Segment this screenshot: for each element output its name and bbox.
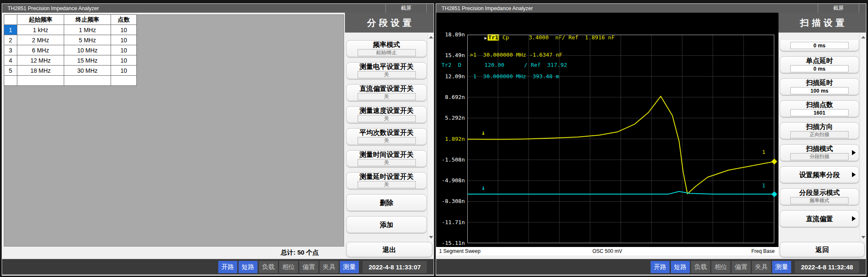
status-button-6[interactable]: 夹具 bbox=[320, 261, 339, 273]
segment-panel-button-2[interactable]: 测量电平设置开关关 bbox=[346, 62, 427, 79]
button-value-box[interactable]: 100 ms bbox=[790, 87, 849, 94]
sweep-panel-button-2[interactable]: 单点延时0 ms bbox=[780, 56, 859, 73]
button-title: 设置频率分段 bbox=[799, 171, 840, 178]
reference-arrow-icon: ↓ bbox=[481, 185, 485, 191]
y-axis-tick-label: 12.09n bbox=[436, 73, 465, 80]
table-cell[interactable]: 1 kHz bbox=[17, 25, 64, 35]
table-cell[interactable]: 6 MHz bbox=[17, 45, 64, 55]
sweep-panel-button-5[interactable]: 扫描方向正向扫描 bbox=[780, 122, 859, 139]
table-cell[interactable] bbox=[111, 76, 137, 86]
scroll-up-icon[interactable] bbox=[429, 36, 433, 38]
table-cell[interactable]: 10 bbox=[111, 55, 137, 66]
table-cell[interactable]: 15 MHz bbox=[64, 55, 111, 66]
sweep-panel-button-6[interactable]: 扫描模式分段扫描 bbox=[780, 144, 859, 161]
segment-setup-panel: 分段设置 频率模式起始/终止测量电平设置开关关直流偏置设置开关关测量速度设置开关… bbox=[345, 13, 434, 259]
segment-panel-button-3[interactable]: 直流偏置设置开关关 bbox=[346, 84, 427, 101]
table-cell[interactable] bbox=[17, 76, 64, 86]
button-title: 平均次数设置开关 bbox=[360, 129, 414, 136]
back-button[interactable]: 返回 bbox=[780, 242, 865, 257]
segment-panel-button-6[interactable]: 测量时间设置开关关 bbox=[346, 150, 427, 167]
table-cell[interactable]: 10 bbox=[111, 25, 137, 35]
table-cell[interactable] bbox=[64, 76, 111, 86]
row-index-cell[interactable]: 1 bbox=[4, 25, 17, 35]
chart-status-line: 1 Segment Sweep OSC 500 mV Freq Base bbox=[436, 247, 778, 255]
button-value-box[interactable]: 0 ms bbox=[790, 42, 849, 49]
table-cell[interactable]: 18 MHz bbox=[17, 66, 64, 76]
button-title: 频率模式 bbox=[373, 41, 400, 48]
sweep-panel-button-3[interactable]: 扫描延时100 ms bbox=[780, 78, 859, 95]
segment-panel-button-5[interactable]: 平均次数设置开关关 bbox=[346, 128, 427, 145]
table-cell[interactable]: 12 MHz bbox=[17, 55, 64, 66]
status-button-5[interactable]: 偏置 bbox=[732, 261, 751, 273]
status-button-5[interactable]: 偏置 bbox=[299, 261, 318, 273]
table-cell[interactable]: 5 MHz bbox=[64, 35, 111, 45]
table-row[interactable]: 412 MHz15 MHz10 bbox=[4, 55, 137, 66]
segment-panel-button-1[interactable]: 频率模式起始/终止 bbox=[346, 40, 427, 57]
table-cell[interactable]: 30 MHz bbox=[64, 66, 111, 76]
segment-panel-button-8[interactable]: 删除 bbox=[346, 194, 427, 211]
table-cell[interactable]: 1 MHz bbox=[64, 25, 111, 35]
button-value-box: 关 bbox=[358, 71, 416, 78]
y-axis-tick-label: -11.71n bbox=[436, 219, 465, 225]
y-axis-tick-label: 1.892n bbox=[436, 136, 465, 142]
table-row[interactable]: 518 MHz30 MHz10 bbox=[4, 66, 137, 76]
sweep-panel-button-9[interactable]: 直流偏置 bbox=[780, 210, 859, 227]
row-index-cell[interactable]: 5 bbox=[4, 66, 17, 76]
statusbar: 开路短路负载相位偏置夹具测量2022-4-8 11:32:48 bbox=[436, 259, 866, 274]
button-title: 测量延时设置开关 bbox=[360, 173, 414, 180]
y-axis-tick-label: -8.308n bbox=[436, 198, 465, 204]
table-row[interactable]: 36 MHz10 MHz10 bbox=[4, 45, 137, 55]
status-button-3[interactable]: 负载 bbox=[259, 261, 278, 273]
button-title: 测量时间设置开关 bbox=[360, 151, 414, 158]
sweep-panel-button-1[interactable]: 0 ms bbox=[780, 40, 859, 51]
table-cell[interactable]: 2 MHz bbox=[17, 35, 64, 45]
total-points-label: 总计: 50 个点 bbox=[281, 249, 319, 257]
status-button-4[interactable]: 相位 bbox=[279, 261, 298, 273]
panel-scrollbar[interactable] bbox=[860, 33, 866, 241]
status-button-4[interactable]: 相位 bbox=[711, 261, 730, 273]
sweep-panel-button-7[interactable]: 设置频率分段 bbox=[780, 166, 859, 183]
status-button-3[interactable]: 负载 bbox=[691, 261, 710, 273]
status-button-1[interactable]: 开路 bbox=[651, 261, 670, 273]
button-title: 单点延时 bbox=[806, 57, 833, 64]
table-row[interactable]: 22 MHz5 MHz10 bbox=[4, 35, 137, 45]
scroll-up-icon[interactable] bbox=[861, 36, 865, 38]
sweep-panel-button-8[interactable]: 分段显示模式频率模式 bbox=[780, 188, 859, 205]
status-button-7[interactable]: 测量 bbox=[340, 261, 359, 273]
sweep-panel-button-4[interactable]: 扫描点数1601 bbox=[780, 100, 859, 117]
status-button-1[interactable]: 开路 bbox=[218, 261, 237, 273]
status-button-2[interactable]: 短路 bbox=[671, 261, 690, 273]
button-value-box[interactable]: 0 ms bbox=[790, 65, 849, 72]
table-cell[interactable]: 10 MHz bbox=[64, 45, 111, 55]
table-header-cell: 起始频率 bbox=[17, 15, 64, 25]
chart-area: ▶Tr1 Cp 3.4000 nF/ Ref 1.8916 nF Tr2 D 1… bbox=[436, 13, 778, 247]
button-title: 扫描模式 bbox=[806, 145, 833, 152]
button-value-box[interactable]: 1601 bbox=[790, 109, 849, 116]
screenshot-button[interactable]: 截屏 bbox=[818, 4, 859, 13]
table-cell[interactable]: 10 bbox=[111, 35, 137, 45]
window-bottom-edge bbox=[2, 274, 434, 275]
button-title: 扫描延时 bbox=[806, 79, 833, 86]
row-index-cell[interactable]: 2 bbox=[4, 35, 17, 45]
titlebar: TH2851 Precision Impedance Analyzer 截屏 bbox=[436, 4, 866, 13]
exit-button[interactable]: 退出 bbox=[346, 242, 432, 257]
row-index-cell[interactable]: 3 bbox=[4, 45, 17, 55]
scroll-down-icon[interactable] bbox=[429, 236, 433, 239]
table-cell[interactable]: 10 bbox=[111, 66, 137, 76]
clock: 2022-4-8 11:32:48 bbox=[795, 261, 859, 273]
panel-scrollbar[interactable] bbox=[427, 33, 434, 241]
segment-panel-button-4[interactable]: 测量速度设置开关关 bbox=[346, 106, 427, 123]
status-button-7[interactable]: 测量 bbox=[772, 261, 791, 273]
row-index-cell[interactable] bbox=[4, 76, 17, 86]
row-index-cell[interactable]: 4 bbox=[4, 55, 17, 66]
status-button-2[interactable]: 短路 bbox=[239, 261, 258, 273]
table-header-cell: 点数 bbox=[111, 15, 137, 25]
status-button-6[interactable]: 夹具 bbox=[752, 261, 771, 273]
segment-panel-button-9[interactable]: 添加 bbox=[346, 216, 427, 233]
segment-panel-button-7[interactable]: 测量延时设置开关关 bbox=[346, 172, 427, 189]
table-row[interactable]: 11 kHz1 MHz10 bbox=[4, 25, 137, 35]
table-row[interactable] bbox=[4, 76, 137, 86]
table-cell[interactable]: 10 bbox=[111, 45, 137, 55]
screenshot-button[interactable]: 截屏 bbox=[385, 4, 427, 13]
scroll-down-icon[interactable] bbox=[861, 236, 865, 239]
